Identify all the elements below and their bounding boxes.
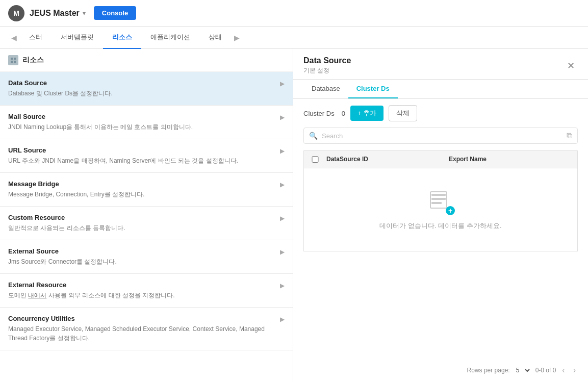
close-button[interactable]: ✕ <box>564 59 578 72</box>
resource-item-content: External Resource 도메인 내에서 사용될 외부 리소스에 대한… <box>8 281 276 300</box>
nav-prev-icon[interactable]: ◀ <box>8 34 20 42</box>
resources-label: 리소스 <box>22 56 44 65</box>
svg-rect-2 <box>11 61 13 63</box>
resource-item-external-resource[interactable]: External Resource 도메인 내에서 사용될 외부 리소스에 대한… <box>0 274 293 308</box>
arrow-right-icon: ▶ <box>280 147 285 155</box>
resource-item-desc: Database 및 Cluster Ds을 설정합니다. <box>8 89 276 98</box>
tab-cluster[interactable]: 스터 <box>20 27 52 49</box>
empty-state-icon: + <box>428 189 453 215</box>
table-col-datasource-id: DataSource ID <box>326 156 449 163</box>
resource-item-mail-source[interactable]: Mail Source JNDI Naming Lookup을 통해서 이용하는… <box>0 106 293 139</box>
arrow-right-icon: ▶ <box>280 80 285 87</box>
resource-item-desc: Managed Executor Service, Managed Schedu… <box>8 324 276 343</box>
nav-next-icon[interactable]: ▶ <box>231 34 243 42</box>
resource-item-desc: Jms Source와 Connector를 설정합니다. <box>8 257 276 266</box>
cluster-ds-label: Cluster Ds <box>303 110 335 117</box>
svg-rect-5 <box>431 198 446 200</box>
tab-server-template[interactable]: 서버템플릿 <box>52 27 103 49</box>
right-panel: Data Source 기본 설정 ✕ Database Cluster Ds … <box>293 49 588 381</box>
chevron-down-icon[interactable]: ▾ <box>83 10 86 17</box>
tab-status[interactable]: 상태 <box>199 27 231 49</box>
resource-item-desc: URL 주소와 JNDI Name을 매핑하여, Naming Server에 … <box>8 156 276 165</box>
avatar: M <box>8 5 24 21</box>
page-info: 0-0 of 0 <box>535 367 556 374</box>
resource-item-title: URL Source <box>8 146 276 154</box>
custom-label: Custom <box>8 214 33 221</box>
search-input[interactable] <box>322 132 563 140</box>
arrow-right-icon: ▶ <box>280 248 285 256</box>
external-link-icon[interactable]: ⧉ <box>567 131 572 140</box>
svg-rect-3 <box>14 61 16 63</box>
resource-item-content: Concurrency Utilities Managed Executor S… <box>8 315 276 343</box>
resource-item-desc: 일반적으로 사용되는 리소스를 등록합니다. <box>8 223 276 233</box>
tab-cluster-ds[interactable]: Cluster Ds <box>348 80 398 98</box>
right-panel-header: Data Source 기본 설정 ✕ <box>293 49 588 80</box>
right-panel-subtitle: 기본 설정 <box>303 66 351 75</box>
empty-state-text: 데이터가 없습니다. 데이터를 추가하세요. <box>379 221 501 231</box>
table-container: DataSource ID Export Name + 데이터가 <box>303 150 578 360</box>
resource-item-title: External Resource <box>8 281 276 289</box>
right-panel-tabs: Database Cluster Ds <box>293 80 588 99</box>
svg-rect-4 <box>431 194 446 196</box>
console-button[interactable]: Console <box>94 6 136 20</box>
resource-item-content: External Source Jms Source와 Connector를 설… <box>8 247 276 266</box>
arrow-right-icon: ▶ <box>280 215 285 222</box>
resource-item-title: Message Bridge <box>8 180 276 188</box>
rows-per-page-select[interactable]: 5 10 25 <box>514 366 531 374</box>
resource-item-custom-resource[interactable]: Custom Resource 일반적으로 사용되는 리소스를 등록합니다. ▶ <box>0 207 293 240</box>
svg-rect-0 <box>11 58 13 60</box>
resources-icon <box>8 55 18 65</box>
tab-resources[interactable]: 리소스 <box>103 27 141 49</box>
resource-item-content: URL Source URL 주소와 JNDI Name을 매핑하여, Nami… <box>8 146 276 165</box>
pagination: Rows per page: 5 10 25 0-0 of 0 ‹ › <box>293 360 588 381</box>
delete-button[interactable]: 삭제 <box>389 105 417 121</box>
resource-item-desc: 도메인 내에서 사용될 외부 리소스에 대한 설정을 지정합니다. <box>8 291 276 300</box>
add-button[interactable]: + 추가 <box>350 106 384 121</box>
resource-item-title: Custom Resource <box>8 214 276 221</box>
resource-label: Resource <box>35 214 65 221</box>
resource-item-message-bridge[interactable]: Message Bridge Message Bridge, Connectio… <box>0 173 293 207</box>
resource-item-title: Data Source <box>8 79 276 87</box>
resource-item-title: Mail Source <box>8 113 276 120</box>
search-bar: 🔍 ⧉ <box>303 128 578 144</box>
arrow-right-icon: ▶ <box>280 316 285 323</box>
right-panel-title-group: Data Source 기본 설정 <box>303 56 351 75</box>
resource-item-desc: Message Bridge, Connection, Entry를 설정합니다… <box>8 190 276 199</box>
main-content: 리소스 Data Source Database 및 Cluster Ds을 설… <box>0 49 588 381</box>
resources-section-header: 리소스 <box>0 49 293 72</box>
resource-item-external-source[interactable]: External Source Jms Source와 Connector를 설… <box>0 240 293 274</box>
empty-add-icon: + <box>446 206 455 215</box>
resource-item-content: Data Source Database 및 Cluster Ds을 설정합니다… <box>8 79 276 98</box>
rows-per-page-label: Rows per page: <box>467 367 510 374</box>
resource-item-concurrency-utilities[interactable]: Concurrency Utilities Managed Executor S… <box>0 308 293 350</box>
tab-applications[interactable]: 애플리케이션 <box>141 27 199 49</box>
search-icon: 🔍 <box>309 132 318 140</box>
svg-rect-1 <box>14 58 16 60</box>
arrow-right-icon: ▶ <box>280 282 285 289</box>
left-panel: 리소스 Data Source Database 및 Cluster Ds을 설… <box>0 49 293 381</box>
resource-item-title: Concurrency Utilities <box>8 315 276 322</box>
arrow-right-icon: ▶ <box>280 114 285 121</box>
nav-bar: ◀ 스터 서버템플릿 리소스 애플리케이션 상태 ▶ <box>0 27 588 49</box>
table-header: DataSource ID Export Name <box>303 150 578 168</box>
resource-item-content: Message Bridge Message Bridge, Connectio… <box>8 180 276 199</box>
tab-database[interactable]: Database <box>303 80 348 98</box>
resource-item-desc: JNDI Naming Lookup을 통해서 이용하는 메일 호스트를 의미합… <box>8 122 276 132</box>
cluster-toolbar: Cluster Ds 0 + 추가 삭제 <box>293 99 588 128</box>
right-panel-title: Data Source <box>303 56 351 65</box>
pagination-prev-button[interactable]: ‹ <box>560 365 567 376</box>
empty-state: + 데이터가 없습니다. 데이터를 추가하세요. <box>303 168 578 251</box>
resource-item-content: Mail Source JNDI Naming Lookup을 통해서 이용하는… <box>8 113 276 132</box>
app-title: JEUS Master <box>30 9 80 18</box>
svg-rect-6 <box>431 202 442 204</box>
resource-item-data-source[interactable]: Data Source Database 및 Cluster Ds을 설정합니다… <box>0 72 293 106</box>
cluster-ds-count: 0 <box>342 110 345 117</box>
resource-item-title: External Source <box>8 247 276 255</box>
pagination-next-button[interactable]: › <box>571 365 578 376</box>
resource-item-url-source[interactable]: URL Source URL 주소와 JNDI Name을 매핑하여, Nami… <box>0 139 293 173</box>
resource-item-content: Custom Resource 일반적으로 사용되는 리소스를 등록합니다. <box>8 214 276 233</box>
table-select-all-checkbox[interactable] <box>310 156 320 163</box>
arrow-right-icon: ▶ <box>280 181 285 188</box>
table-col-export-name: Export Name <box>449 156 571 163</box>
app-header: M JEUS Master ▾ Console <box>0 0 588 27</box>
